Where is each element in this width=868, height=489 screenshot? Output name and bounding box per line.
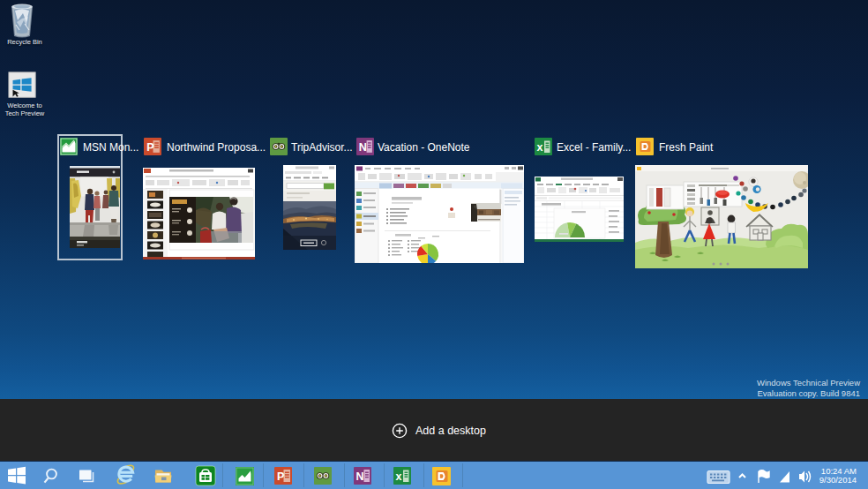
svg-text:P: P bbox=[146, 141, 153, 154]
svg-text:N: N bbox=[359, 141, 367, 154]
svg-text:x: x bbox=[537, 141, 543, 154]
svg-text:P: P bbox=[277, 470, 284, 483]
svg-text:x: x bbox=[396, 470, 402, 483]
svg-text:N: N bbox=[356, 470, 364, 483]
